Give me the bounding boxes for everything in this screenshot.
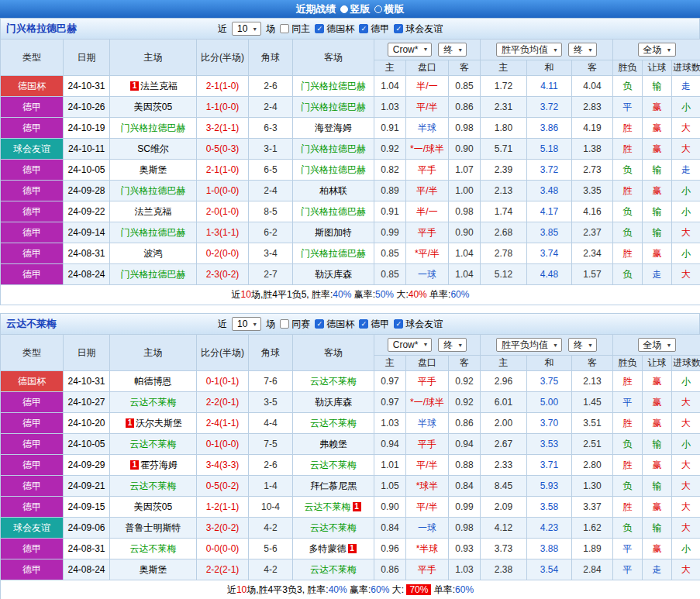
avg-final-select[interactable]: 终▼: [568, 43, 597, 57]
away-team-link[interactable]: 门兴格拉德巴赫: [301, 164, 366, 175]
away-team-link[interactable]: 弗赖堡: [319, 439, 347, 449]
away-team-link[interactable]: 拜仁慕尼黑: [310, 480, 357, 491]
away-team-link[interactable]: 门兴格拉德巴赫: [301, 206, 366, 217]
home-team-link[interactable]: 波鸿: [144, 248, 163, 259]
odds-source-select[interactable]: Crow*▼: [388, 43, 433, 57]
column-header: 角球: [249, 335, 293, 371]
avg-final-select[interactable]: 终▼: [568, 338, 597, 352]
filter-checkbox-2[interactable]: ✓德甲: [359, 318, 389, 331]
home-team-cell: 1法兰克福: [110, 76, 197, 97]
home-team-link[interactable]: 门兴格拉德巴赫: [121, 185, 186, 196]
result-goals: 小: [672, 434, 700, 455]
filter-checkbox-0[interactable]: 同主: [280, 22, 310, 36]
filter-checkbox-1[interactable]: ✓德国杯: [315, 22, 354, 36]
away-team-link[interactable]: 斯图加特: [315, 227, 352, 238]
home-team-link[interactable]: 法兰克福: [135, 206, 172, 217]
odds-home: 1.03: [374, 97, 406, 118]
odds-final-select[interactable]: 终▼: [438, 338, 467, 352]
fulltime-select[interactable]: 全场▼: [638, 43, 676, 57]
team-name[interactable]: 云达不莱梅: [1, 317, 218, 331]
section-controls: 近10▼场同主✓德国杯✓德甲✓球会友谊: [218, 22, 443, 36]
chevron-down-icon: ▼: [588, 47, 593, 53]
result-wdl: 负: [613, 518, 643, 539]
home-team-link[interactable]: 美因茨05: [134, 102, 172, 112]
away-team-link[interactable]: 多特蒙德: [309, 543, 347, 554]
table-row: 德甲24-09-22法兰克福2-0(1-0)8-5门兴格拉德巴赫0.91半/一0…: [1, 201, 700, 222]
odds-home: 0.99: [374, 222, 406, 243]
result-handicap: 赢: [643, 243, 672, 264]
home-team-link[interactable]: 帕德博恩: [135, 376, 172, 387]
checkbox-icon: [280, 24, 289, 33]
home-team-link[interactable]: 云达不莱梅: [130, 543, 177, 554]
away-team-cell: 柏林联: [293, 181, 374, 201]
home-team-link[interactable]: 法兰克福: [140, 81, 178, 91]
away-team-link[interactable]: 云达不莱梅: [310, 460, 357, 470]
away-team-link[interactable]: 云达不莱梅: [310, 418, 357, 429]
away-team-link[interactable]: 云达不莱梅: [310, 522, 357, 533]
away-team-link[interactable]: 勒沃库森: [315, 397, 352, 408]
type-badge: 德甲: [1, 455, 64, 476]
home-team-link[interactable]: 门兴格拉德巴赫: [121, 227, 186, 238]
odds-source-select-value: Crow*: [393, 44, 419, 55]
radio-horizontal[interactable]: 横版: [374, 2, 405, 16]
away-team-link[interactable]: 门兴格拉德巴赫: [301, 102, 366, 112]
home-team-link[interactable]: 美因茨05: [134, 501, 172, 512]
odds-final-select[interactable]: 终▼: [438, 43, 467, 57]
home-team-link[interactable]: 门兴格拉德巴赫: [121, 122, 186, 133]
filter-checkbox-3[interactable]: ✓球会友谊: [394, 318, 443, 331]
radio-selected-icon: [340, 5, 348, 13]
avg-odds-select-value: 胜平负均值: [502, 43, 548, 57]
avg-home: 4.12: [481, 518, 527, 539]
home-team-link[interactable]: 门兴格拉德巴赫: [121, 269, 186, 280]
home-team-link[interactable]: 普鲁士明斯特: [126, 522, 181, 533]
filter-checkbox-1-label: 德国杯: [326, 318, 354, 331]
away-team-link[interactable]: 勒沃库森: [315, 269, 352, 280]
away-team-link[interactable]: 云达不莱梅: [305, 501, 351, 512]
team-name[interactable]: 门兴格拉德巴赫: [1, 22, 218, 36]
filter-checkbox-0[interactable]: 同赛: [280, 318, 310, 331]
home-team-link[interactable]: 云达不莱梅: [130, 439, 177, 449]
avg-odds-select[interactable]: 胜平负均值▼: [496, 43, 562, 57]
result-goals: 大: [672, 139, 700, 160]
games-count-select[interactable]: 10▼: [232, 22, 261, 36]
filter-checkbox-1[interactable]: ✓德国杯: [315, 318, 354, 331]
avg-away: 1.45: [572, 392, 613, 413]
home-team-link[interactable]: 云达不莱梅: [130, 397, 177, 408]
away-team-link[interactable]: 门兴格拉德巴赫: [301, 248, 366, 259]
away-team-link[interactable]: 云达不莱梅: [310, 564, 357, 575]
fulltime-select[interactable]: 全场▼: [638, 338, 676, 352]
avg-home: 2.68: [481, 222, 527, 243]
home-team-link[interactable]: SC维尔: [137, 143, 169, 154]
filter-checkbox-2[interactable]: ✓德甲: [359, 22, 389, 36]
avg-away: 2.13: [572, 371, 613, 392]
avg-away: 2.34: [572, 243, 613, 264]
match-score: 2-4(1-1): [197, 413, 249, 434]
result-handicap: 赢: [643, 181, 672, 201]
summary-part: 近: [227, 584, 236, 595]
away-team-link[interactable]: 门兴格拉德巴赫: [301, 143, 366, 154]
games-count-select[interactable]: 10▼: [232, 317, 261, 331]
away-team-link[interactable]: 海登海姆: [315, 122, 352, 133]
odds-home: 0.91: [374, 118, 406, 139]
home-team-link[interactable]: 奥斯堡: [140, 564, 167, 575]
result-wdl: 负: [613, 222, 643, 243]
home-team-link[interactable]: 奥斯堡: [140, 164, 167, 175]
avg-odds-select[interactable]: 胜平负均值▼: [496, 338, 562, 352]
radio-vertical[interactable]: 竖版: [340, 2, 371, 16]
away-team-link[interactable]: 云达不莱梅: [310, 376, 357, 387]
table-row: 德甲24-09-15美因茨051-2(1-1)10-4云达不莱梅10.90平/半…: [1, 497, 700, 518]
home-team-link[interactable]: 沃尔夫斯堡: [136, 418, 182, 429]
avg-draw: 5.93: [527, 476, 572, 497]
away-team-link[interactable]: 柏林联: [319, 185, 347, 196]
type-badge: 德甲: [1, 392, 64, 413]
home-team-link[interactable]: 霍芬海姆: [140, 460, 178, 470]
home-team-link[interactable]: 云达不莱梅: [130, 480, 177, 491]
odds-source-select[interactable]: Crow*▼: [388, 338, 433, 352]
filter-checkbox-3[interactable]: ✓球会友谊: [394, 22, 443, 36]
red-card-badge: 1: [348, 544, 357, 553]
summary-text: 近10场,胜4平1负5, 胜率:40% 赢率:50% 大:40% 单率:60%: [1, 285, 700, 305]
away-team-link[interactable]: 门兴格拉德巴赫: [301, 81, 366, 91]
results-table: 类型日期主场比分(半场)角球客场Crow*▼终▼胜平负均值▼终▼全场▼主盘口客主…: [0, 39, 700, 305]
checkbox-icon: ✓: [315, 24, 324, 33]
avg-away: 3.51: [572, 413, 613, 434]
